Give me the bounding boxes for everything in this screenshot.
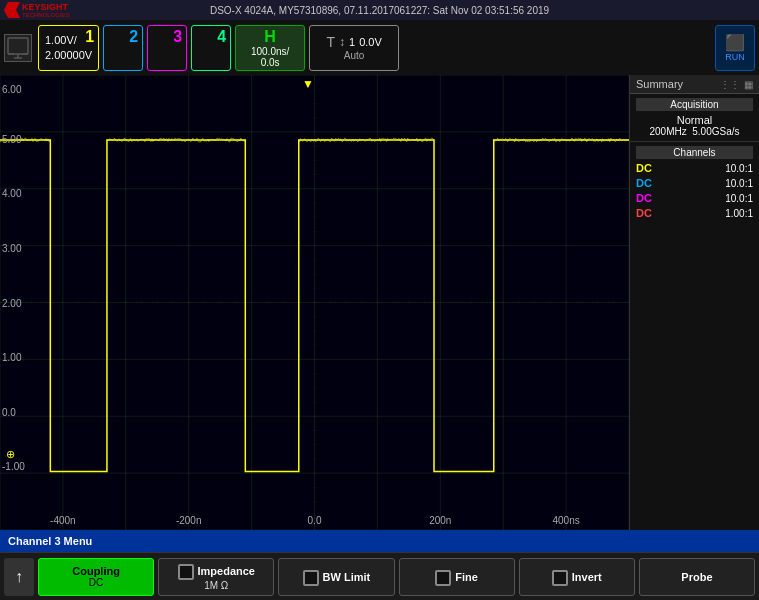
brand-subtitle: TECHNOLOGIES [22,12,70,18]
fine-button[interactable]: Fine [399,558,515,596]
probe-button[interactable]: Probe [639,558,755,596]
channel-1-block[interactable]: 1 1.00V/ 2.00000V [38,25,99,71]
channel-header: 1 1.00V/ 2.00000V 2 3 4 H 100.0ns/ 0.0s … [0,20,759,75]
run-label: RUN [725,52,745,62]
channel-4-block[interactable]: 4 [191,25,231,71]
summary-grid-icon[interactable]: ⋮⋮ [720,79,740,90]
ch1-offset: 2.00000V [45,48,92,62]
impedance-checkbox[interactable] [178,564,194,580]
scope-area: 6.00 5.00 4.00 3.00 2.00 1.00 0.0 -1.00 … [0,75,629,530]
right-panel: Summary ⋮⋮ ▦ Acquisition Normal 200MHz 5… [629,75,759,530]
ch4-number: 4 [217,28,226,46]
fine-checkbox[interactable] [435,570,451,586]
y-label-n100: -1.00 [2,461,25,472]
horizontal-block[interactable]: H 100.0ns/ 0.0s [235,25,305,71]
trigger-position-marker: ▼ [302,77,314,91]
summary-ch2-label: DC [636,177,658,189]
bwlimit-button[interactable]: BW Limit [278,558,394,596]
summary-header: Summary ⋮⋮ ▦ [630,75,759,94]
summary-ch2-row: DC 10.0:1 [636,177,753,189]
summary-ch1-row: DC 10.0:1 [636,162,753,174]
run-block[interactable]: ⬛ RUN [715,25,755,71]
coupling-value: DC [89,577,103,588]
ch1-level-marker: ⊕ [6,448,15,461]
acquisition-section: Acquisition Normal 200MHz 5.00GSa/s [630,94,759,142]
ch2-number: 2 [129,28,138,46]
summary-ch3-row: DC 10.0:1 [636,192,753,204]
summary-ch2-val: 10.0:1 [725,178,753,189]
summary-ch1-label: DC [636,162,658,174]
trigger-letter: T [326,34,335,50]
channel-2-block[interactable]: 2 [103,25,143,71]
channels-section: Channels DC 10.0:1 DC 10.0:1 DC 10.0:1 D… [630,142,759,226]
logo-area: KEYSIGHT TECHNOLOGIES [4,2,70,18]
svg-rect-1 [8,38,28,54]
y-label-400: 4.00 [2,188,21,199]
top-bar: KEYSIGHT TECHNOLOGIES DSO-X 4024A, MY573… [0,0,759,20]
brand-name: KEYSIGHT [22,3,70,12]
y-label-300: 3.00 [2,242,21,253]
channels-title: Channels [636,146,753,159]
summary-title: Summary [636,78,683,90]
x-label-n200: -200n [176,515,202,526]
channel-3-block[interactable]: 3 [147,25,187,71]
ch1-number: 1 [85,28,94,46]
trigger-arrow-icon: ↕ [339,35,345,49]
summary-ch4-row: DC 1.00:1 [636,207,753,219]
h-position: 0.0s [261,57,280,68]
channel-menu-label: Channel 3 Menu [8,535,92,547]
y-label-100: 1.00 [2,352,21,363]
acquisition-details: 200MHz 5.00GSa/s [636,126,753,137]
menu-bar: ↑ Coupling DC Impedance 1M Ω BW Limit Fi… [0,552,759,600]
impedance-value: 1M Ω [204,580,228,591]
trigger-voltage: 0.0V [359,36,382,48]
acquisition-bandwidth: 200MHz [649,126,686,137]
summary-table-icon[interactable]: ▦ [744,79,753,90]
fine-label: Fine [455,571,478,583]
summary-ch4-val: 1.00:1 [725,208,753,219]
summary-ch4-label: DC [636,207,658,219]
summary-ch1-val: 10.0:1 [725,163,753,174]
instrument-title: DSO-X 4024A, MY57310896, 07.11.201706122… [210,5,549,16]
y-label-600: 6.00 [2,83,21,94]
y-label-200: 2.00 [2,297,21,308]
trigger-block[interactable]: T ↕ 1 0.0V Auto [309,25,399,71]
invert-label: Invert [572,571,602,583]
trigger-mode: Auto [344,50,365,61]
x-label-200: 200n [429,515,451,526]
run-icon: ⬛ [725,33,745,52]
summary-ch3-label: DC [636,192,658,204]
screen-icon [4,34,32,62]
coupling-label: Coupling [72,565,120,577]
probe-label: Probe [681,571,712,583]
impedance-label: Impedance [198,565,255,577]
acquisition-title: Acquisition [636,98,753,111]
nav-left-button[interactable]: ↑ [4,558,34,596]
acquisition-mode: Normal [636,114,753,126]
summary-ch3-val: 10.0:1 [725,193,753,204]
y-label-000: 0.0 [2,406,16,417]
trigger-number: 1 [349,36,355,48]
impedance-button[interactable]: Impedance 1M Ω [158,558,274,596]
x-label-0: 0.0 [308,515,322,526]
acquisition-sample-rate: 5.00GSa/s [692,126,739,137]
x-label-n400: -400n [50,515,76,526]
invert-checkbox[interactable] [552,570,568,586]
svg-marker-0 [4,2,20,18]
bwlimit-label: BW Limit [323,571,371,583]
h-letter: H [264,28,276,46]
bottom-status-bar: Channel 3 Menu [0,530,759,552]
bwlimit-checkbox[interactable] [303,570,319,586]
invert-button[interactable]: Invert [519,558,635,596]
scope-canvas [0,75,629,530]
h-time-div: 100.0ns/ [251,46,289,57]
main-area: 6.00 5.00 4.00 3.00 2.00 1.00 0.0 -1.00 … [0,75,759,530]
ch3-number: 3 [173,28,182,46]
y-label-500: 5.00 [2,133,21,144]
ch1-volts-div: 1.00V/ [45,33,77,47]
keysight-logo-icon [4,2,20,18]
coupling-button[interactable]: Coupling DC [38,558,154,596]
x-label-400: 400ns [552,515,579,526]
